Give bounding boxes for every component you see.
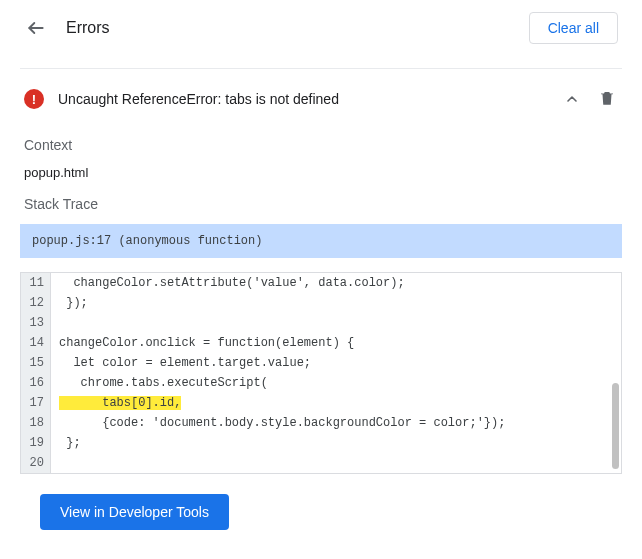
code-text: let color = element.target.value; bbox=[51, 353, 311, 373]
code-text: }; bbox=[51, 433, 81, 453]
back-arrow-icon[interactable] bbox=[24, 16, 48, 40]
code-text: chrome.tabs.executeScript( bbox=[51, 373, 268, 393]
code-text bbox=[51, 313, 59, 333]
line-number: 19 bbox=[21, 433, 51, 453]
line-number: 15 bbox=[21, 353, 51, 373]
error-message: Uncaught ReferenceError: tabs is not def… bbox=[58, 91, 560, 107]
view-in-devtools-button[interactable]: View in Developer Tools bbox=[40, 494, 229, 530]
code-line: 17 tabs[0].id, bbox=[21, 393, 621, 413]
footer: View in Developer Tools bbox=[40, 494, 622, 530]
line-number: 11 bbox=[21, 273, 51, 293]
code-line: 19 }; bbox=[21, 433, 621, 453]
line-number: 17 bbox=[21, 393, 51, 413]
code-line: 20 bbox=[21, 453, 621, 473]
line-number: 20 bbox=[21, 453, 51, 473]
error-icon: ! bbox=[24, 89, 44, 109]
code-text: tabs[0].id, bbox=[51, 393, 181, 413]
header-bar: Errors Clear all bbox=[0, 0, 642, 56]
header-left: Errors bbox=[24, 16, 110, 40]
code-line: 16 chrome.tabs.executeScript( bbox=[21, 373, 621, 393]
context-value: popup.html bbox=[24, 165, 618, 180]
line-number: 12 bbox=[21, 293, 51, 313]
code-text bbox=[51, 453, 59, 473]
page-title: Errors bbox=[66, 19, 110, 37]
line-number: 18 bbox=[21, 413, 51, 433]
stack-trace-label: Stack Trace bbox=[24, 196, 618, 212]
code-scrollbar[interactable] bbox=[612, 275, 619, 471]
error-card: ! Uncaught ReferenceError: tabs is not d… bbox=[20, 68, 622, 530]
stack-frame[interactable]: popup.js:17 (anonymous function) bbox=[20, 224, 622, 258]
clear-all-button[interactable]: Clear all bbox=[529, 12, 618, 44]
code-line: 14changeColor.onclick = function(element… bbox=[21, 333, 621, 353]
code-text: changeColor.setAttribute('value', data.c… bbox=[51, 273, 405, 293]
line-number: 14 bbox=[21, 333, 51, 353]
code-line: 18 {code: 'document.body.style.backgroun… bbox=[21, 413, 621, 433]
line-number: 16 bbox=[21, 373, 51, 393]
code-block: 11 changeColor.setAttribute('value', dat… bbox=[20, 272, 622, 474]
code-line: 12 }); bbox=[21, 293, 621, 313]
code-text: }); bbox=[51, 293, 88, 313]
code-text: {code: 'document.body.style.backgroundCo… bbox=[51, 413, 505, 433]
code-line: 13 bbox=[21, 313, 621, 333]
chevron-up-icon[interactable] bbox=[560, 87, 584, 111]
code-text: changeColor.onclick = function(element) … bbox=[51, 333, 354, 353]
code-line: 15 let color = element.target.value; bbox=[21, 353, 621, 373]
error-header-row[interactable]: ! Uncaught ReferenceError: tabs is not d… bbox=[20, 77, 622, 121]
code-line: 11 changeColor.setAttribute('value', dat… bbox=[21, 273, 621, 293]
line-number: 13 bbox=[21, 313, 51, 333]
context-label: Context bbox=[24, 137, 618, 153]
trash-icon[interactable] bbox=[598, 89, 618, 109]
